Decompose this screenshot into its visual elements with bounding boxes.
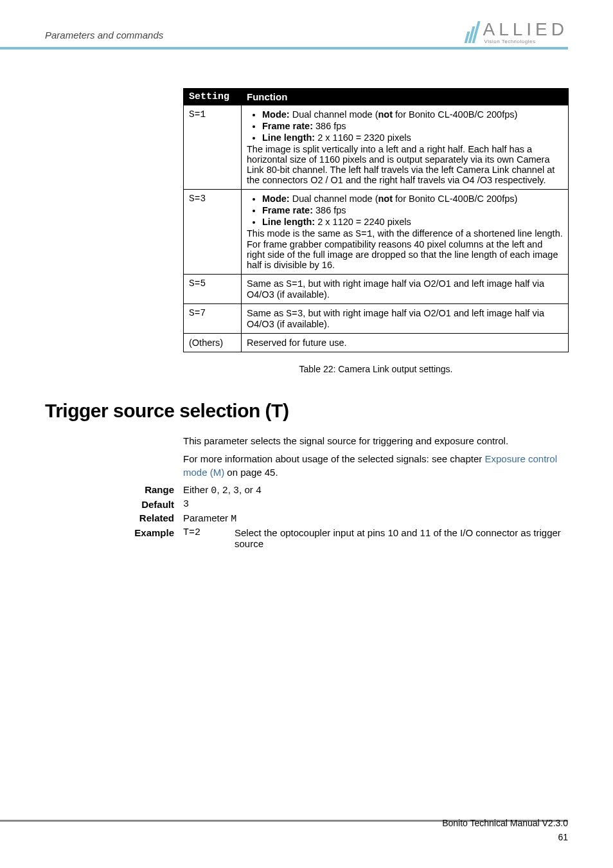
function-cell: Reserved for future use.: [242, 334, 569, 352]
function-cell: Same as S=3, but with right image half v…: [242, 304, 569, 334]
setting-cell: S=3: [184, 190, 242, 275]
col-setting: Setting: [184, 89, 242, 105]
logo-sub-text: Vision Technologies: [484, 39, 569, 44]
setting-cell: S=5: [184, 275, 242, 304]
header-section: Parameters and commands: [45, 30, 163, 44]
table-caption: Table 22: Camera Link output settings.: [183, 364, 569, 374]
default-label: Default: [45, 499, 183, 510]
table-row: (Others) Reserved for future use.: [184, 334, 569, 352]
logo-bars-icon: [466, 21, 479, 43]
logo-main-text: ALLIED: [483, 19, 569, 40]
example-text: Select the optocoupler input at pins 10 …: [235, 527, 569, 549]
range-label: Range: [45, 484, 183, 496]
default-value: 3: [183, 499, 569, 510]
function-cell: Same as S=1, but with right image half v…: [242, 275, 569, 304]
setting-cell: S=1: [184, 105, 242, 190]
section-heading: Trigger source selection (T): [45, 400, 568, 422]
settings-table: Setting Function S=1 Mode: Dual channel …: [183, 88, 569, 352]
table-row: S=1 Mode: Dual channel mode (not for Bon…: [184, 105, 569, 190]
range-value: Either 0, 2, 3, or 4: [183, 484, 569, 496]
function-cell: Mode: Dual channel mode (not for Bonito …: [242, 190, 569, 275]
intro-p1: This parameter selects the signal source…: [183, 435, 569, 448]
function-cell: Mode: Dual channel mode (not for Bonito …: [242, 105, 569, 190]
col-function: Function: [242, 89, 569, 105]
logo: ALLIED Vision Technologies: [466, 19, 569, 44]
intro-p2: For more information about usage of the …: [183, 453, 569, 479]
table-row: S=5 Same as S=1, but with right image ha…: [184, 275, 569, 304]
example-label: Example: [45, 527, 183, 549]
footer-doc: Bonito Technical Manual V2.3.0: [442, 818, 568, 828]
page-number: 61: [442, 832, 568, 842]
setting-cell: (Others): [184, 334, 242, 352]
related-value: Parameter M: [183, 512, 569, 525]
table-row: S=3 Mode: Dual channel mode (not for Bon…: [184, 190, 569, 275]
related-label: Related: [45, 512, 183, 525]
table-row: S=7 Same as S=3, but with right image ha…: [184, 304, 569, 334]
example-key: T=2: [183, 527, 235, 549]
setting-cell: S=7: [184, 304, 242, 334]
